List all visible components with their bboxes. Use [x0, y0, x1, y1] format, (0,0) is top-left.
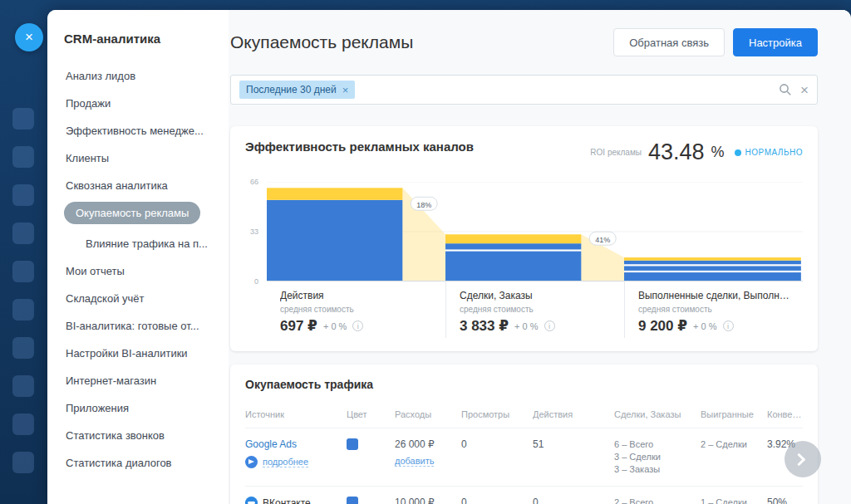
actions-cell: 0 — [533, 497, 614, 504]
views-cell: 0 — [461, 497, 533, 504]
info-icon[interactable]: i — [723, 321, 734, 331]
vkontakte-label[interactable]: ВКонтакте — [263, 497, 311, 504]
roi-unit: % — [711, 144, 725, 161]
close-slider-button[interactable]: × — [15, 23, 43, 51]
stage-delta: + 0 % — [693, 321, 716, 331]
filter-clear-icon[interactable]: × — [800, 83, 809, 97]
info-icon[interactable]: i — [544, 321, 555, 331]
details-link[interactable]: подробнее — [263, 457, 308, 467]
main-content: Окупаемость рекламы Обратная связь Настр… — [229, 10, 851, 504]
stage-cost-label: средняя стоимость — [638, 305, 794, 314]
sidebar-item-call-stats[interactable]: Статистика звонков — [64, 422, 227, 449]
funnel-y-axis: 66 33 0 — [245, 182, 262, 281]
scroll-right-button[interactable] — [785, 441, 821, 477]
deals-cell: 6 – Всего 3 – Сделки 3 – Заказы — [614, 438, 701, 476]
google-ads-icon — [245, 456, 258, 468]
vkontakte-icon — [245, 497, 258, 504]
app-icon[interactable] — [12, 108, 34, 130]
add-expenses-link[interactable]: добавить — [395, 456, 434, 467]
sidebar-item-end-to-end-analytics[interactable]: Сквозная аналитика — [64, 172, 227, 199]
column-views: Просмотры — [461, 409, 533, 419]
sidebar-nav: Анализ лидов Продажи Эффективность менед… — [64, 62, 229, 477]
column-expenses: Расходы — [395, 409, 461, 419]
stage-label: Сделки, Заказы — [460, 290, 616, 301]
table-row-google-ads: Google Ads подробнее 26 000 ₽ добавить — [245, 428, 803, 487]
y-tick: 0 — [254, 277, 258, 286]
sidebar-item-ad-payback[interactable]: Окупаемость рекламы — [64, 202, 200, 224]
y-tick: 66 — [250, 178, 258, 186]
sidebar-item-clients[interactable]: Клиенты — [64, 144, 227, 172]
sidebar-item-my-reports[interactable]: Мои отчеты — [64, 257, 227, 285]
crm-analytics-panel: CRM-аналитика Анализ лидов Продажи Эффек… — [47, 10, 851, 504]
roi-label: ROI рекламы — [590, 148, 642, 157]
sidebar-item-warehouse[interactable]: Складской учёт — [64, 285, 227, 312]
info-icon[interactable]: i — [352, 321, 363, 331]
deals-orders: 3 – Заказы — [614, 463, 701, 476]
column-won: Выигранные — [701, 409, 767, 419]
roi-block: ROI рекламы 43.48 % НОРМАЛЬНО — [590, 139, 803, 165]
funnel-stage-actions: Действия средняя стоимость 697 ₽ + 0 % i — [267, 281, 445, 338]
sidebar-item-sales[interactable]: Продажи — [64, 90, 227, 117]
svg-text:41%: 41% — [595, 236, 610, 244]
deals-total: 2 – Всего — [614, 497, 701, 504]
filter-search-bar[interactable]: Последние 30 дней × × — [230, 75, 818, 105]
search-icon[interactable] — [779, 83, 792, 96]
source-cell: ВКонтакте — [245, 497, 347, 504]
sidebar-item-manager-efficiency[interactable]: Эффективность менедже... — [64, 117, 227, 144]
sidebar-item-dialog-stats[interactable]: Статистика диалогов — [64, 449, 227, 477]
column-actions: Действия — [533, 409, 614, 419]
funnel-card: Эффективность рекламных каналов ROI рекл… — [230, 126, 818, 351]
funnel-stage-deals: Сделки, Заказы средняя стоимость 3 833 ₽… — [445, 281, 624, 338]
stage-label: Выполненные сделки, Выполненные заказы — [638, 290, 794, 301]
won-cell: 2 – Сделки — [701, 438, 767, 451]
app-icon[interactable] — [12, 413, 34, 435]
filter-chip[interactable]: Последние 30 дней × — [239, 81, 355, 99]
app-icon[interactable] — [12, 223, 34, 244]
filter-chip-label: Последние 30 дней — [246, 84, 337, 95]
column-deals-orders: Сделки, Заказы — [614, 409, 701, 419]
stage-value: 697 ₽ — [280, 317, 317, 335]
color-cell — [347, 497, 395, 504]
app-background: × CRM-аналитика Анализ лидов Продажи Эфф… — [0, 0, 851, 504]
funnel-chart: 66 33 0 18%41% — [267, 182, 803, 281]
sidebar-item-bi-settings[interactable]: Настройки BI-аналитики — [64, 340, 227, 367]
sidebar-item-lead-analysis[interactable]: Анализ лидов — [64, 62, 227, 90]
app-icon[interactable] — [12, 299, 34, 321]
feedback-button[interactable]: Обратная связь — [613, 28, 725, 56]
app-icon[interactable] — [12, 375, 34, 397]
app-icon[interactable] — [12, 337, 34, 359]
left-app-rail — [0, 0, 47, 504]
traffic-card-title: Окупаемость трафика — [245, 378, 803, 391]
funnel-stage-footers: Действия средняя стоимость 697 ₽ + 0 % i… — [267, 281, 803, 338]
app-icon[interactable] — [12, 452, 34, 473]
google-ads-link[interactable]: Google Ads — [245, 438, 297, 450]
table-row-vkontakte: ВКонтакте 10 000 ₽ добавить 0 0 — [245, 487, 803, 504]
y-tick: 33 — [250, 228, 258, 236]
sidebar-item-online-store[interactable]: Интернет-магазин — [64, 367, 227, 394]
app-icon[interactable] — [12, 146, 34, 168]
expenses-cell: 26 000 ₽ добавить — [395, 438, 461, 467]
column-color: Цвет — [347, 409, 395, 419]
funnel-bars-svg: 18%41% — [267, 182, 803, 281]
settings-button[interactable]: Настройка — [733, 28, 818, 56]
roi-value: 43.48 — [648, 139, 705, 165]
color-cell — [347, 438, 395, 453]
column-conversion: Конверсия... — [767, 409, 803, 419]
deals-deals: 3 – Сделки — [614, 451, 701, 463]
page-title: Окупаемость рекламы — [230, 32, 413, 52]
header-actions: Обратная связь Настройка — [613, 28, 818, 56]
filter-chip-remove-icon[interactable]: × — [342, 85, 349, 95]
color-swatch — [347, 438, 358, 450]
stage-value: 3 833 ₽ — [460, 317, 509, 335]
traffic-table-header: Источник Цвет Расходы Просмотры Действия… — [245, 409, 803, 428]
app-icon[interactable] — [12, 184, 34, 206]
app-icon[interactable] — [12, 261, 34, 282]
stage-delta: + 0 % — [323, 321, 347, 331]
sidebar-item-apps[interactable]: Приложения — [64, 394, 227, 422]
actions-cell: 51 — [533, 438, 614, 450]
sidebar-title: CRM-аналитика — [64, 32, 229, 46]
sidebar-item-bi-ready-reports[interactable]: BI-аналитика: готовые от... — [64, 312, 227, 340]
sidebar-item-traffic-influence[interactable]: Влияние трафика на п... — [64, 230, 227, 257]
funnel-stage-won-deals: Выполненные сделки, Выполненные заказы с… — [624, 281, 803, 338]
conversion-cell: 50% — [767, 497, 803, 504]
